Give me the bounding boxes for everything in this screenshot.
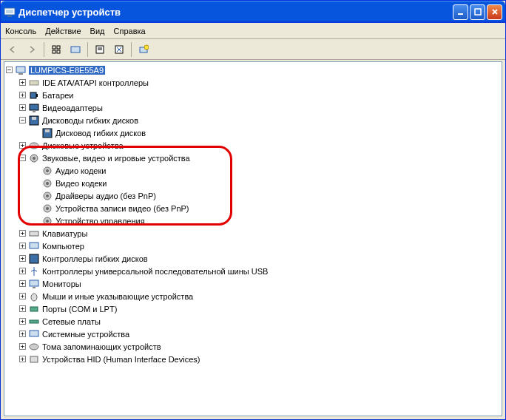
usb-icon: [28, 265, 40, 277]
minimize-button[interactable]: [453, 4, 468, 20]
node-computer[interactable]: +Компьютер: [6, 240, 500, 252]
monitor-icon: [28, 278, 40, 290]
expand-icon[interactable]: +: [19, 255, 26, 262]
toolbar-refresh-button[interactable]: [135, 41, 152, 58]
expand-icon[interactable]: +: [19, 92, 26, 98]
device-tree: − LUMPICS-E8E55A9 +IDE ATA/ATAPI контрол…: [6, 64, 500, 365]
svg-point-37: [46, 207, 49, 210]
node-sound[interactable]: −Звуковые, видео и игровые устройства: [6, 152, 500, 164]
collapse-icon[interactable]: −: [6, 67, 13, 73]
menu-console[interactable]: Консоль: [5, 27, 36, 35]
node-disk-drives[interactable]: +Дисковые устройства: [6, 139, 500, 152]
svg-rect-21: [30, 104, 38, 110]
toolbar-btn-1[interactable]: [47, 41, 65, 58]
mouse-icon: [28, 291, 40, 302]
svg-rect-3: [458, 13, 463, 15]
root-node[interactable]: − LUMPICS-E8E55A9: [6, 64, 500, 76]
expand-icon[interactable]: +: [19, 243, 26, 249]
toolbar-btn-2[interactable]: [67, 41, 84, 58]
expand-icon[interactable]: +: [19, 343, 26, 350]
tree-panel[interactable]: − LUMPICS-E8E55A9 +IDE ATA/ATAPI контрол…: [4, 61, 502, 416]
menu-help[interactable]: Справка: [114, 27, 146, 35]
display-icon: [28, 102, 40, 114]
svg-rect-24: [32, 117, 36, 120]
window-title: Диспетчер устройств: [18, 7, 453, 18]
expand-icon[interactable]: +: [19, 104, 26, 111]
titlebar[interactable]: Диспетчер устройств: [1, 1, 505, 23]
node-storage-vols[interactable]: +Тома запоминающих устройств: [6, 340, 500, 353]
collapse-icon[interactable]: −: [19, 117, 26, 123]
svg-point-49: [30, 344, 38, 350]
svg-rect-44: [33, 287, 36, 288]
node-monitors[interactable]: +Мониторы: [6, 277, 500, 290]
svg-point-33: [46, 182, 49, 185]
computer-icon: [28, 240, 40, 252]
svg-rect-41: [30, 243, 38, 248]
expand-icon[interactable]: +: [19, 230, 26, 237]
node-audio-codecs[interactable]: Аудио кодеки: [6, 164, 500, 177]
expand-icon[interactable]: +: [19, 268, 26, 274]
toolbar-properties-button[interactable]: [91, 41, 109, 58]
svg-point-27: [30, 143, 38, 149]
node-audio-drivers[interactable]: Драйверы аудио (без PnP): [6, 189, 500, 202]
node-control-dev[interactable]: Устройство управления: [6, 214, 500, 227]
node-floppy-ctrl[interactable]: +Контроллеры гибких дисков: [6, 252, 500, 265]
node-video-rec[interactable]: Устройства записи видео (без PnP): [6, 202, 500, 214]
svg-rect-20: [36, 94, 38, 97]
node-usb[interactable]: +Контроллеры универсальной последователь…: [6, 265, 500, 277]
node-network[interactable]: +Сетевые платы: [6, 315, 500, 328]
node-system[interactable]: +Системные устройства: [6, 328, 500, 340]
maximize-button[interactable]: [470, 4, 485, 20]
floppy-icon: [28, 253, 40, 265]
svg-rect-48: [30, 331, 38, 336]
sound-icon: [41, 165, 53, 177]
node-ide[interactable]: +IDE ATA/ATAPI контроллеры: [6, 76, 500, 89]
node-hid[interactable]: +Устройства HID (Human Interface Devices…: [6, 353, 500, 365]
svg-point-35: [46, 194, 49, 197]
node-mice[interactable]: +Мыши и иные указывающие устройства: [6, 290, 500, 302]
node-floppy-drives[interactable]: −Дисководы гибких дисков: [6, 114, 500, 126]
node-video[interactable]: +Видеоадаптеры: [6, 101, 500, 114]
toolbar: [1, 39, 505, 60]
node-video-codecs[interactable]: Видео кодеки: [6, 177, 500, 189]
node-floppy-drive-item[interactable]: Дисковод гибких дисков: [6, 126, 500, 139]
toolbar-btn-4[interactable]: [110, 41, 128, 58]
svg-rect-7: [53, 50, 55, 53]
svg-rect-16: [16, 67, 25, 72]
volume-icon: [28, 341, 40, 353]
svg-point-29: [33, 157, 36, 160]
svg-rect-46: [30, 307, 38, 311]
menu-action[interactable]: Действие: [45, 27, 81, 35]
expand-icon[interactable]: +: [19, 305, 26, 312]
expand-icon[interactable]: +: [19, 356, 26, 362]
expand-icon[interactable]: +: [19, 293, 26, 299]
floppy-icon: [28, 115, 40, 126]
sound-icon: [41, 190, 53, 202]
floppy-icon: [41, 127, 53, 139]
svg-rect-26: [45, 129, 50, 132]
svg-rect-8: [57, 50, 60, 53]
node-ports[interactable]: +Порты (COM и LPT): [6, 302, 500, 315]
collapse-icon[interactable]: −: [19, 155, 26, 161]
svg-point-39: [46, 220, 49, 223]
menu-view[interactable]: Вид: [90, 27, 105, 35]
svg-rect-6: [57, 46, 60, 49]
expand-icon[interactable]: +: [19, 142, 26, 149]
expand-icon[interactable]: +: [19, 79, 26, 86]
svg-point-45: [31, 294, 37, 301]
svg-rect-5: [53, 46, 55, 49]
svg-rect-47: [30, 320, 38, 323]
sound-icon: [41, 215, 53, 227]
node-keyboards[interactable]: +Клавиатуры: [6, 227, 500, 240]
back-button: [4, 41, 21, 58]
sound-icon: [41, 203, 53, 214]
sound-icon: [28, 152, 40, 164]
close-button[interactable]: [487, 4, 502, 20]
svg-rect-43: [30, 280, 38, 286]
svg-rect-22: [33, 111, 36, 112]
expand-icon[interactable]: +: [19, 318, 26, 325]
expand-icon[interactable]: +: [19, 280, 26, 287]
svg-rect-4: [475, 9, 481, 15]
expand-icon[interactable]: +: [19, 331, 26, 337]
node-battery[interactable]: +Батареи: [6, 89, 500, 101]
